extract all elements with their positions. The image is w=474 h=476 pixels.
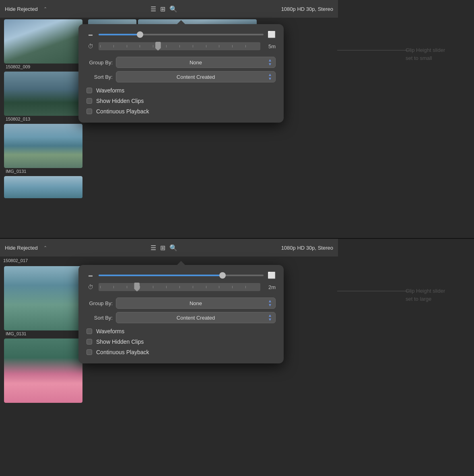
group-by-arrows-bottom: ▲▼ xyxy=(268,299,272,307)
continuous-playback-label-top: Continuous Playback xyxy=(96,108,149,115)
clip-large-icon: ⬜ xyxy=(268,31,276,38)
clip-thumbnail-4 xyxy=(4,176,82,198)
bottom-clip-first-label: 150802_017 xyxy=(0,256,31,265)
sort-by-arrows-bottom: ▲▼ xyxy=(268,314,272,322)
stopwatch-icon-top: ⏱ xyxy=(87,43,95,49)
checkbox-section-top: Waveforms Show Hidden Clips Continuous P… xyxy=(87,87,276,115)
toolbar-bottom: Hide Rejected ⌃ ☰ ⊞ 🔍 1080p HD 30p, Ster… xyxy=(0,239,338,256)
group-by-label-top: Group By: xyxy=(87,60,113,66)
list-view-icon-2[interactable]: ☰ xyxy=(150,244,156,252)
checkbox-section-bottom: Waveforms Show Hidden Clips Continuous P… xyxy=(87,328,276,355)
resolution-label-top: 1080p HD 30p, Stereo xyxy=(281,6,333,12)
filmstrip-icon[interactable]: ⊞ xyxy=(160,5,165,13)
duration-value-top: 5m xyxy=(264,43,276,49)
sort-by-select-top[interactable]: Content Created ▲▼ xyxy=(116,71,276,82)
clip-label-2: 150802_013 xyxy=(4,116,82,122)
toolbar-top: Hide Rejected ⌃ ☰ ⊞ 🔍 1080p HD 30p, Ster… xyxy=(0,0,338,18)
list-item[interactable] xyxy=(4,339,82,403)
clip-height-slider-bottom[interactable] xyxy=(99,275,264,276)
clip-thumbnail-1 xyxy=(4,19,82,64)
clip-thumbnail-bottom-2 xyxy=(4,339,82,403)
clip-height-row: ▬ ⬜ xyxy=(87,31,276,38)
sort-by-select-bottom[interactable]: Content Created ▲▼ xyxy=(116,312,276,323)
duration-slider-bottom[interactable] xyxy=(99,283,260,291)
waveforms-label-top: Waveforms xyxy=(96,87,124,94)
bottom-half: Hide Rejected ⌃ ☰ ⊞ 🔍 1080p HD 30p, Ster… xyxy=(0,238,474,476)
search-icon-bottom[interactable]: 🔍 xyxy=(169,244,177,252)
clip-label-3: IMG_0131 xyxy=(4,168,82,174)
clip-thumbnail-2 xyxy=(4,72,82,116)
annotation-text-top: Clip Height slider set to small xyxy=(406,46,466,62)
group-by-row-bottom: Group By: None ▲▼ xyxy=(87,298,276,309)
duration-slider-top[interactable] xyxy=(99,42,260,50)
clip-thumbnail-bottom-1 xyxy=(4,266,82,330)
annotation-bottom: Clip Height slider set to large xyxy=(406,287,466,303)
duration-row-top: ⏱ 5m xyxy=(87,42,276,50)
resolution-label-bottom: 1080p HD 30p, Stereo xyxy=(281,245,333,251)
clip-thumbnail-3 xyxy=(4,124,82,168)
group-by-arrows-top: ▲▼ xyxy=(268,58,272,66)
hide-rejected-label-2: Hide Rejected xyxy=(5,245,38,251)
clip-small-icon-bottom: ▬ xyxy=(87,273,95,277)
group-by-row-top: Group By: None ▲▼ xyxy=(87,57,276,68)
filmstrip-left-bottom: IMG_0131 xyxy=(0,265,87,476)
show-hidden-label-bottom: Show Hidden Clips xyxy=(96,339,144,345)
group-by-select-bottom[interactable]: None ▲▼ xyxy=(116,298,276,309)
clip-label-1: 150802_009 xyxy=(4,64,82,70)
settings-popup-top: ▬ ⬜ ⏱ 5m Group By: xyxy=(78,24,284,123)
waveforms-row-bottom[interactable]: Waveforms xyxy=(87,328,276,334)
list-view-icon[interactable]: ☰ xyxy=(150,5,156,13)
group-by-select-top[interactable]: None ▲▼ xyxy=(116,57,276,68)
continuous-playback-row-top[interactable]: Continuous Playback xyxy=(87,108,276,115)
waveforms-label-bottom: Waveforms xyxy=(96,328,124,334)
settings-popup-bottom: ▬ ⬜ ⏱ 2m Group By: xyxy=(78,265,284,363)
continuous-playback-row-bottom[interactable]: Continuous Playback xyxy=(87,349,276,355)
list-item[interactable]: 150802_009 xyxy=(4,19,82,70)
clip-small-icon: ▬ xyxy=(87,32,95,37)
filmstrip-icon-2[interactable]: ⊞ xyxy=(160,244,165,252)
show-hidden-checkbox-bottom[interactable] xyxy=(87,339,92,345)
hide-rejected-label: Hide Rejected xyxy=(5,6,38,12)
clip-large-icon-bottom: ⬜ xyxy=(268,271,276,279)
list-item[interactable] xyxy=(4,176,82,198)
stopwatch-icon-bottom: ⏱ xyxy=(87,284,95,290)
show-hidden-row-bottom[interactable]: Show Hidden Clips xyxy=(87,339,276,345)
top-half: Hide Rejected ⌃ ☰ ⊞ 🔍 1080p HD 30p, Ster… xyxy=(0,0,474,238)
sort-by-value-bottom: Content Created xyxy=(177,315,215,321)
search-icon-top[interactable]: 🔍 xyxy=(169,5,177,13)
clip-height-row-bottom: ▬ ⬜ xyxy=(87,271,276,279)
waveforms-checkbox-top[interactable] xyxy=(87,88,92,93)
group-by-value-top: None xyxy=(190,60,202,66)
sort-by-arrows-top: ▲▼ xyxy=(268,73,272,81)
sort-by-label-bottom: Sort By: xyxy=(87,315,113,321)
continuous-playback-checkbox-bottom[interactable] xyxy=(87,349,92,355)
annotation-text-bottom: Clip Height slider set to large xyxy=(406,287,466,303)
sort-by-row-top: Sort By: Content Created ▲▼ xyxy=(87,71,276,82)
duration-value-bottom: 2m xyxy=(264,284,276,290)
show-hidden-label-top: Show Hidden Clips xyxy=(96,98,144,104)
sort-by-value-top: Content Created xyxy=(177,74,215,80)
continuous-playback-checkbox-top[interactable] xyxy=(87,109,92,114)
group-by-value-bottom: None xyxy=(190,300,202,306)
waveforms-row-top[interactable]: Waveforms xyxy=(87,87,276,94)
annotation-top: Clip Height slider set to small xyxy=(406,46,466,62)
filmstrip-left-top: 150802_009 150802_013 IMG_0131 xyxy=(0,18,87,238)
sort-chevron-bottom: ⌃ xyxy=(43,245,47,250)
clip-label-bottom-1: IMG_0131 xyxy=(4,330,82,337)
duration-row-bottom: ⏱ 2m xyxy=(87,283,276,291)
sort-by-label-top: Sort By: xyxy=(87,74,113,80)
show-hidden-row-top[interactable]: Show Hidden Clips xyxy=(87,98,276,104)
clip-height-slider[interactable] xyxy=(99,34,264,35)
list-item[interactable]: 150802_013 xyxy=(4,72,82,122)
sort-by-row-bottom: Sort By: Content Created ▲▼ xyxy=(87,312,276,323)
list-item[interactable]: IMG_0131 xyxy=(4,124,82,174)
show-hidden-checkbox-top[interactable] xyxy=(87,98,92,104)
continuous-playback-label-bottom: Continuous Playback xyxy=(96,349,149,355)
group-by-label-bottom: Group By: xyxy=(87,300,113,306)
waveforms-checkbox-bottom[interactable] xyxy=(87,328,92,334)
list-item[interactable]: IMG_0131 xyxy=(4,266,82,337)
sort-chevron-top: ⌃ xyxy=(43,6,47,12)
